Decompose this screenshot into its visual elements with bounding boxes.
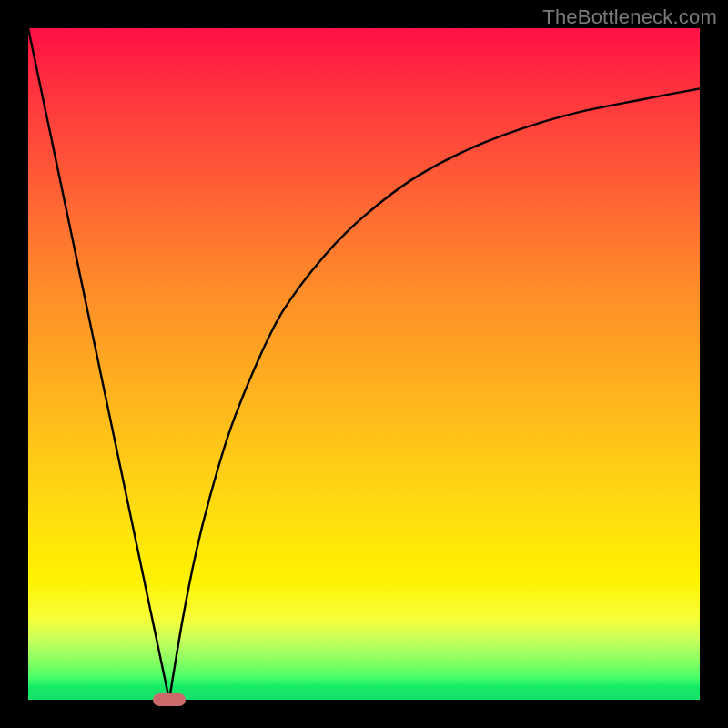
curve-svg [28,28,700,700]
bottleneck-curve [28,28,700,700]
plot-area [28,28,700,700]
minimum-marker [153,693,186,706]
watermark-text: TheBottleneck.com [542,5,717,29]
chart-frame: TheBottleneck.com [0,0,728,728]
